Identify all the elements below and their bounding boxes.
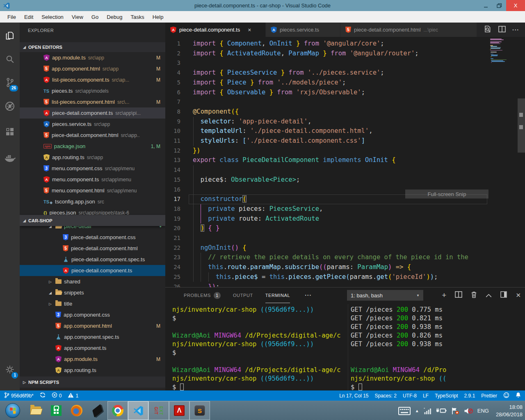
- code-line[interactable]: 4import { PiecesService } from '../piece…: [165, 68, 525, 78]
- activity-explorer[interactable]: [0, 26, 20, 45]
- tray-power[interactable]: [436, 408, 447, 414]
- status-sync[interactable]: [40, 392, 46, 399]
- open-editor-item[interactable]: Apieces.service.tssrc\app: [20, 119, 165, 130]
- taskbar-file-explorer[interactable]: [25, 401, 46, 420]
- npm-scripts-header[interactable]: ▷ NPM SCRIPTS: [20, 377, 165, 388]
- tree-item[interactable]: ▷shared: [20, 276, 165, 287]
- menu-edit[interactable]: Edit: [20, 14, 37, 20]
- split-editor-button[interactable]: [498, 26, 506, 34]
- tree-item[interactable]: Aapp.module.tsM: [20, 354, 165, 365]
- taskbar-acrobat-reader[interactable]: Λ: [169, 401, 189, 420]
- tree-item[interactable]: ▷title: [20, 298, 165, 309]
- panel-more-icon[interactable]: ···: [305, 292, 312, 299]
- more-actions-button[interactable]: ···: [512, 26, 519, 34]
- status-git-branch[interactable]: 956d6f9b*: [4, 392, 34, 399]
- terminal-right[interactable]: GET /pieces 200 0.775 msGET /pieces 200 …: [351, 306, 524, 390]
- maximize-panel-button[interactable]: [486, 292, 492, 299]
- open-editor-item[interactable]: TStsconfig.app.jsonsrc: [20, 196, 165, 207]
- code-line[interactable]: 2import { ActivatedRoute, ParamMap } fro…: [165, 49, 525, 59]
- menu-debug[interactable]: Debug: [103, 14, 126, 20]
- project-header[interactable]: ◢ CAR-SHOP: [20, 215, 165, 226]
- code-line[interactable]: 25 this.piece$ = this.pieces.getPiece(pa…: [165, 272, 525, 282]
- open-editor-item[interactable]: Amenu.component.tssrc\app\menu: [20, 174, 165, 185]
- tray-touch-keyboard[interactable]: [398, 407, 411, 415]
- code-line[interactable]: 7: [165, 97, 525, 107]
- code-editor[interactable]: 1import { Component, OnInit } from '@ang…: [165, 37, 525, 287]
- activity-docker[interactable]: [0, 149, 20, 168]
- open-editor-item[interactable]: 5app.component.htmlsrc\appM: [20, 63, 165, 74]
- panel-tab-output[interactable]: OUTPUT: [233, 288, 253, 303]
- status-ts-version[interactable]: 2.9.1: [464, 393, 475, 399]
- menu-selection[interactable]: Selection: [37, 14, 67, 20]
- tray-action-center[interactable]: [451, 407, 459, 415]
- activity-source-control[interactable]: 26: [0, 73, 20, 92]
- code-line[interactable]: 14: [165, 165, 525, 175]
- open-editor-item[interactable]: 5piece-detail.component.htmlsrc\app..: [20, 130, 165, 141]
- status-cursor-position[interactable]: Ln 17, Col 15: [339, 393, 368, 399]
- activity-debug[interactable]: [0, 97, 20, 116]
- tab-piece-detail.component.ts[interactable]: Apiece-detail.component.ts×: [165, 23, 266, 37]
- code-line[interactable]: 13export class PieceDetailComponent impl…: [165, 155, 525, 165]
- menu-go[interactable]: Go: [87, 14, 103, 20]
- tab-pieces.service.ts[interactable]: Apieces.service.ts: [266, 23, 340, 37]
- tree-item[interactable]: piece-detail.component.spec.ts: [20, 254, 165, 265]
- open-editor-item[interactable]: Apiece-detail.component.tssrc\app\pi...: [20, 107, 165, 119]
- tree-item[interactable]: 5app.component.htmlM: [20, 320, 165, 331]
- taskbar-windows-store[interactable]: [46, 401, 66, 420]
- taskbar-chrome[interactable]: [107, 401, 128, 420]
- code-line[interactable]: 22 ngOnInit() {: [165, 243, 525, 253]
- code-line[interactable]: 15 piece$: Observable<Piece>;: [165, 175, 525, 185]
- minimize-button[interactable]: [479, 0, 493, 11]
- taskbar-notebook[interactable]: [87, 401, 107, 420]
- activity-extensions[interactable]: [0, 122, 20, 141]
- close-icon[interactable]: ×: [248, 27, 251, 33]
- terminal-select[interactable]: 1: bash, bash▼: [347, 290, 423, 301]
- open-editors-header[interactable]: ◢ OPEN EDITORS: [20, 42, 165, 52]
- code-line[interactable]: 1import { Component, OnInit } from '@ang…: [165, 39, 525, 49]
- open-editor-item[interactable]: npmpackage.json1, M: [20, 141, 165, 152]
- tab-piece-detail.component.html[interactable]: 5piece-detail.component.html...\piec: [340, 23, 477, 37]
- open-editor-item[interactable]: TSpieces.tssrc\app\models: [20, 85, 165, 96]
- tree-item[interactable]: Aapp.component.ts: [20, 342, 165, 354]
- tree-item[interactable]: Aapp.routing.ts: [20, 365, 165, 376]
- open-editor-item[interactable]: Aapp.routing.tssrc\app: [20, 152, 165, 163]
- language-indicator[interactable]: ENG: [477, 408, 489, 414]
- activity-search[interactable]: [0, 50, 20, 68]
- activity-settings[interactable]: 1: [0, 360, 20, 379]
- close-button[interactable]: X: [506, 0, 525, 11]
- panel-tab-problems[interactable]: PROBLEMS1: [184, 288, 221, 303]
- status-notifications[interactable]: [516, 392, 521, 399]
- menu-view[interactable]: View: [68, 14, 87, 20]
- status-formatter[interactable]: Prettier: [481, 393, 497, 399]
- open-preview-button[interactable]: [484, 25, 492, 35]
- taskbar-firefox[interactable]: [66, 401, 87, 420]
- open-editor-item[interactable]: Aapp.module.tssrc\appM: [20, 52, 165, 63]
- terminal-left[interactable]: njs/inventory/car-shop ((956d6f9...))$ W…: [172, 306, 346, 390]
- open-editor-item[interactable]: 3menu.component.csssrc\app\menu: [20, 163, 165, 174]
- tree-item[interactable]: 3app.component.css: [20, 309, 165, 320]
- taskbar-clock[interactable]: 18:0828/06/2018: [496, 404, 523, 418]
- status-errors[interactable]: 0: [52, 392, 62, 399]
- code-line[interactable]: 26 });: [165, 282, 525, 288]
- code-line[interactable]: 20 ) { }: [165, 224, 525, 233]
- maximize-restore-button[interactable]: [493, 0, 506, 11]
- code-line[interactable]: 8@Component({: [165, 107, 525, 117]
- tree-item[interactable]: Apiece-detail.component.ts: [20, 265, 165, 276]
- status-indentation[interactable]: Spaces: 2: [375, 393, 397, 399]
- minimap[interactable]: [489, 37, 518, 287]
- taskbar-git-extensions[interactable]: GITEXT: [148, 401, 169, 420]
- code-line[interactable]: 18 private pieces: PiecesService,: [165, 204, 525, 214]
- close-panel-button[interactable]: ✕: [516, 292, 521, 299]
- code-line[interactable]: 23 // retrieve the piece details on ever…: [165, 253, 525, 262]
- tree-item[interactable]: 5piece-detail.component.html: [20, 243, 165, 254]
- open-editor-item[interactable]: 5list-pieces.component.htmlsrc\...M: [20, 96, 165, 107]
- tray-volume-muted[interactable]: [464, 407, 473, 415]
- panel-layout-button[interactable]: [500, 291, 507, 299]
- tree-item[interactable]: ◢snippets: [20, 287, 165, 298]
- open-editor-item[interactable]: Alist-pieces.component.tssrc\ap...M: [20, 74, 165, 85]
- tree-item[interactable]: 3piece-detail.component.css: [20, 232, 165, 243]
- code-line[interactable]: 9 selector: 'app-piece-detail',: [165, 117, 525, 127]
- panel-tab-terminal[interactable]: TERMINAL: [265, 288, 290, 303]
- code-line[interactable]: 24 this.route.paramMap.subscribe((params…: [165, 262, 525, 272]
- tree-item[interactable]: app.component.spec.ts: [20, 331, 165, 342]
